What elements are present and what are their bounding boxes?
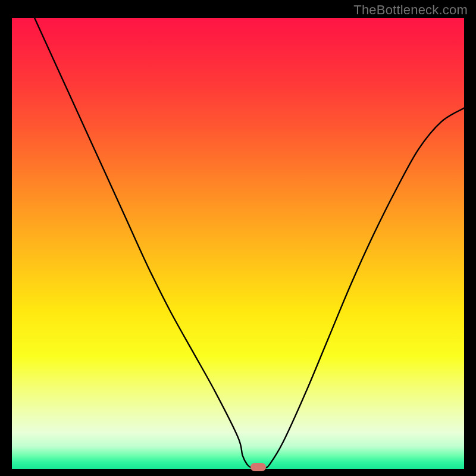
chart-frame: TheBottleneck.com [0,0,476,476]
curve-path [35,18,464,469]
watermark-text: TheBottleneck.com [353,2,468,18]
bottleneck-curve [12,18,464,469]
plot-area [12,18,464,469]
min-marker [250,463,266,471]
